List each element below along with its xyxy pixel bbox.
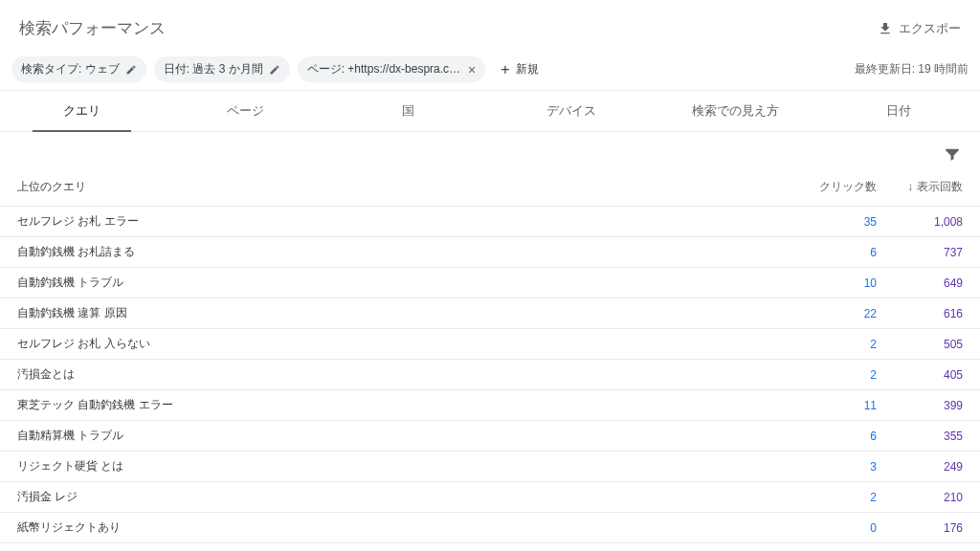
table-row[interactable]: 自動精算機 トラブル6355 [0,421,980,452]
table-row[interactable]: 東芝テック 自動釣銭機 エラー11399 [0,390,980,421]
page-title: 検索パフォーマンス [19,17,166,39]
tab-3[interactable]: デバイス [490,91,654,131]
export-label: エクスポー [899,20,961,37]
cell-impressions: 176 [877,521,963,535]
cell-clicks: 22 [791,307,877,320]
tab-5[interactable]: 日付 [816,91,980,131]
add-filter-button[interactable]: +新規 [493,56,546,82]
cell-clicks: 6 [791,430,877,443]
chip-label: 日付: 過去 3 か月間 [164,61,263,77]
table-toolbar [0,132,980,168]
table-row[interactable]: リジェクト硬貨 とは3249 [0,452,980,482]
tab-4[interactable]: 検索での見え方 [654,91,817,131]
add-filter-label: 新規 [516,61,539,77]
cell-clicks: 6 [791,246,877,259]
cell-query: 東芝テック 自動釣銭機 エラー [17,397,791,413]
close-icon[interactable]: × [468,63,476,77]
tab-1[interactable]: ページ [164,91,327,131]
table-header: 上位のクエリ クリック数 ↓表示回数 [0,168,980,207]
cell-impressions: 399 [877,399,963,412]
pencil-icon [269,64,280,76]
chip-label: ページ: +https://dx-bespra.c… [307,61,460,77]
table-row[interactable]: 自動精算機 過不足1171 [0,543,980,551]
table-row[interactable]: 自動釣銭機 トラブル10649 [0,268,980,298]
cell-impressions: 249 [877,460,963,474]
cell-query: 汚損金とは [17,366,791,383]
cell-query: 紙幣リジェクトあり [17,519,791,536]
tab-2[interactable]: 国 [326,91,490,131]
cell-impressions: 505 [877,338,963,351]
cell-query: 自動釣銭機 お札詰まる [17,244,791,260]
cell-clicks: 2 [791,491,877,504]
cell-query: セルフレジ お札 エラー [17,213,791,230]
column-header-clicks[interactable]: クリック数 [791,179,877,195]
filter-chip-2[interactable]: ページ: +https://dx-bespra.c…× [298,56,486,82]
tab-0[interactable]: クエリ [0,91,164,131]
cell-query: 自動釣銭機 違算 原因 [17,305,791,321]
last-updated: 最終更新日: 19 時間前 [855,61,969,77]
plus-icon: + [501,62,509,77]
filter-chip-1[interactable]: 日付: 過去 3 か月間 [154,56,290,82]
table-row[interactable]: セルフレジ お札 入らない2505 [0,329,980,360]
table-body: セルフレジ お札 エラー351,008自動釣銭機 お札詰まる6737自動釣銭機 … [0,207,980,551]
cell-query: 自動精算機 トラブル [17,428,791,444]
table-row[interactable]: 自動釣銭機 違算 原因22616 [0,298,980,329]
cell-impressions: 405 [877,368,963,382]
cell-clicks: 10 [791,276,877,290]
table-row[interactable]: 汚損金 レジ2210 [0,482,980,513]
cell-query: セルフレジ お札 入らない [17,336,791,352]
cell-impressions: 649 [877,276,963,290]
cell-impressions: 737 [877,246,963,259]
cell-query: 自動釣銭機 トラブル [17,275,791,291]
cell-impressions: 616 [877,307,963,320]
cell-clicks: 0 [791,521,877,535]
chip-label: 検索タイプ: ウェブ [21,61,120,77]
cell-clicks: 2 [791,368,877,382]
cell-clicks: 11 [791,399,877,412]
table-row[interactable]: 自動釣銭機 お札詰まる6737 [0,237,980,268]
cell-clicks: 2 [791,338,877,351]
cell-query: リジェクト硬貨 とは [17,458,791,474]
cell-impressions: 1,008 [877,215,963,229]
filter-chips: 検索タイプ: ウェブ日付: 過去 3 か月間ページ: +https://dx-b… [11,56,546,82]
table-row[interactable]: セルフレジ お札 エラー351,008 [0,207,980,237]
filter-row: 検索タイプ: ウェブ日付: 過去 3 か月間ページ: +https://dx-b… [0,49,980,91]
pencil-icon [125,64,137,76]
column-header-impressions[interactable]: ↓表示回数 [877,179,963,195]
export-button[interactable]: エクスポー [878,20,961,37]
header: 検索パフォーマンス エクスポー [0,0,980,49]
cell-query: 汚損金 レジ [17,489,791,505]
tabs: クエリページ国デバイス検索での見え方日付 [0,91,980,132]
cell-clicks: 35 [791,215,877,229]
arrow-down-icon: ↓ [907,180,913,193]
column-header-query[interactable]: 上位のクエリ [17,179,791,195]
filter-chip-0[interactable]: 検索タイプ: ウェブ [11,56,146,82]
table-row[interactable]: 紙幣リジェクトあり0176 [0,513,980,543]
cell-clicks: 3 [791,460,877,474]
filter-icon[interactable] [938,140,967,168]
cell-impressions: 210 [877,491,963,504]
cell-impressions: 355 [877,430,963,443]
table-row[interactable]: 汚損金とは2405 [0,360,980,390]
download-icon [878,21,893,36]
